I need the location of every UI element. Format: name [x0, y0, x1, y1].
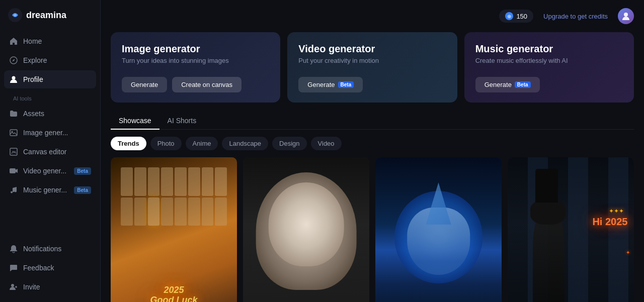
image-icon: [9, 128, 18, 137]
user-plus-icon: [9, 282, 18, 291]
image-generator-card: Image generator Turn your ideas into stu…: [111, 32, 280, 103]
hi2025-text: Hi 2025: [592, 216, 627, 227]
person-icon: [9, 75, 18, 84]
tab-showcase[interactable]: Showcase: [111, 113, 159, 130]
music-icon: [9, 185, 18, 194]
image-gen-subtitle: Turn your ideas into stunning images: [122, 57, 269, 64]
image-gen-actions: Generate Create on canvas: [122, 77, 269, 92]
logo-text: dreamina: [26, 10, 66, 21]
music-gen-badge: Beta: [74, 186, 91, 194]
video-gen-title: Video generator: [298, 43, 446, 55]
sidebar-item-notifications[interactable]: Notifications: [4, 240, 96, 258]
coin-icon: ⊕: [505, 12, 513, 20]
music-gen-title: Music generator: [475, 43, 623, 55]
avatar-icon: [621, 11, 631, 21]
sidebar-item-feedback[interactable]: Feedback: [4, 259, 96, 277]
gallery-item-4[interactable]: Hi 2025 ✦✦✦ ✦: [508, 157, 634, 302]
music-generator-card: Music generator Create music effortlessl…: [464, 32, 634, 103]
video-gen-badge: Beta: [74, 167, 91, 175]
music-generate-button[interactable]: Generate Beta: [475, 77, 540, 92]
compass-icon: [9, 56, 18, 65]
generator-cards: Image generator Turn your ideas into stu…: [111, 32, 634, 103]
image-generate-button[interactable]: Generate: [122, 77, 167, 92]
showcase-tabs: Showcase AI Shorts: [111, 113, 634, 130]
sidebar-item-home[interactable]: Home: [4, 32, 96, 50]
sidebar-nav: Home Explore Profile AI tools Assets: [0, 32, 100, 240]
filter-pills: Trends Photo Anime Landscape Design Vide…: [111, 137, 634, 150]
sidebar-item-music-gen[interactable]: Music gener... Beta: [4, 181, 96, 199]
filter-trends[interactable]: Trends: [111, 137, 146, 150]
svg-point-2: [12, 76, 16, 80]
music-gen-subtitle: Create music effortlessly with AI: [475, 57, 623, 64]
video-icon: [9, 166, 18, 175]
video-generator-card: Video generator Put your creativity in m…: [287, 32, 457, 103]
sidebar-item-explore[interactable]: Explore: [4, 51, 96, 69]
music-gen-beta-badge: Beta: [515, 81, 531, 88]
bell-icon: [9, 244, 18, 253]
credits-value: 150: [516, 13, 527, 20]
filter-video[interactable]: Video: [311, 137, 342, 150]
video-generate-button[interactable]: Generate Beta: [298, 77, 363, 92]
svg-point-8: [11, 284, 14, 287]
canvas-icon: [9, 147, 18, 156]
image-gen-title: Image generator: [122, 43, 269, 55]
tab-ai-shorts[interactable]: AI Shorts: [159, 113, 205, 130]
gallery-item-3[interactable]: [375, 157, 502, 302]
chat-icon: [9, 263, 18, 272]
logo[interactable]: dreamina: [0, 0, 100, 32]
sidebar: dreamina Home Explore Profile AI tools: [0, 0, 101, 302]
sidebar-item-assets[interactable]: Assets: [4, 105, 96, 123]
svg-point-7: [15, 190, 17, 192]
gallery-grid: 2025 Good Luck Starts lkrmbana 13: [111, 157, 634, 302]
sidebar-item-canvas[interactable]: Canvas editor: [4, 143, 96, 161]
svg-point-9: [624, 13, 628, 17]
video-gen-subtitle: Put your creativity in motion: [298, 57, 446, 64]
main-content: ⊕ 150 Upgrade to get credits Image gener…: [101, 0, 644, 302]
folder-icon: [9, 109, 18, 118]
sidebar-bottom: Notifications Feedback Invite: [0, 240, 100, 296]
upgrade-button[interactable]: Upgrade to get credits: [539, 11, 612, 22]
sidebar-item-video-gen[interactable]: Video gener... Beta: [4, 162, 96, 180]
credits-pill[interactable]: ⊕ 150: [499, 10, 533, 23]
create-on-canvas-button[interactable]: Create on canvas: [172, 77, 242, 92]
svg-rect-3: [10, 130, 17, 136]
svg-rect-6: [10, 168, 16, 173]
ai-tools-label: AI tools: [4, 89, 96, 104]
filter-design[interactable]: Design: [272, 137, 306, 150]
home-icon: [9, 37, 18, 46]
topbar: ⊕ 150 Upgrade to get credits: [111, 8, 634, 24]
logo-icon: [8, 8, 22, 22]
video-gen-beta-badge: Beta: [338, 81, 354, 88]
avatar[interactable]: [618, 8, 634, 24]
sidebar-item-image-gen[interactable]: Image gener...: [4, 124, 96, 142]
music-gen-actions: Generate Beta: [475, 77, 623, 92]
filter-anime[interactable]: Anime: [186, 137, 218, 150]
gallery-item-2[interactable]: lkrmbana 13 197: [243, 157, 369, 302]
gallery-item-1[interactable]: 2025 Good Luck Starts: [111, 157, 237, 302]
sidebar-item-profile[interactable]: Profile: [4, 70, 96, 88]
filter-landscape[interactable]: Landscape: [222, 137, 268, 150]
video-gen-actions: Generate Beta: [298, 77, 446, 92]
sidebar-item-invite[interactable]: Invite: [4, 278, 96, 296]
filter-photo[interactable]: Photo: [150, 137, 182, 150]
